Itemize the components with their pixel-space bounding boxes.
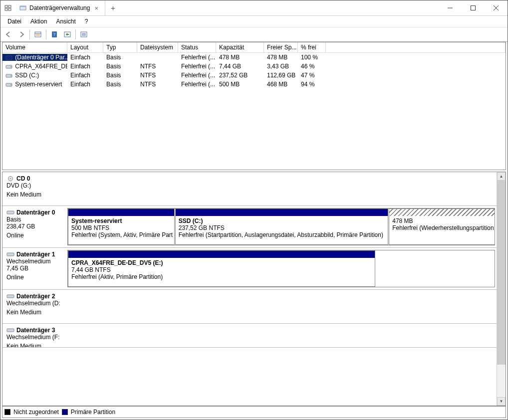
column-header-layout[interactable]: Layout <box>67 42 103 52</box>
hdd-icon <box>6 252 14 257</box>
cell-cap: 237,52 GB <box>216 72 264 79</box>
disk-mgmt-icon <box>19 4 26 12</box>
disk-label: Datenträger 2Wechselmedium (D:Kein Mediu… <box>4 292 67 321</box>
cell-volume: (Datenträger 0 Par... <box>2 54 67 61</box>
svg-rect-21 <box>6 56 12 60</box>
legend-swatch-primary <box>62 409 68 415</box>
column-header-fs[interactable]: Dateisystem <box>137 42 178 52</box>
volume-row[interactable]: CPRA_X64FRE_DE-...EinfachBasisNTFSFehler… <box>2 62 506 71</box>
disk-subline: Basis <box>6 216 66 223</box>
partition-color-bar <box>68 209 174 216</box>
disk-subline: Wechselmedium (F: <box>6 334 66 341</box>
cell-layout: Einfach <box>67 63 103 70</box>
close-window-button[interactable] <box>485 0 508 15</box>
scroll-thumb[interactable] <box>497 181 506 365</box>
partition-title: SSD (C:) <box>179 217 385 224</box>
disk-label: Datenträger 0Basis238,47 GBOnline <box>4 208 67 245</box>
menu-action[interactable]: Aktion <box>26 17 51 26</box>
cell-layout: Einfach <box>67 81 103 88</box>
partition-status: Fehlerfrei (Aktiv, Primäre Partition) <box>71 273 372 280</box>
partition-size: 7,44 GB NTFS <box>71 266 372 273</box>
disk-subline: Wechselmedium (D: <box>6 300 66 307</box>
svg-rect-33 <box>7 329 14 332</box>
refresh-button[interactable] <box>61 28 73 40</box>
maximize-button[interactable] <box>462 0 485 15</box>
column-header-type[interactable]: Typ <box>103 42 137 52</box>
cell-status: Fehlerfrei (... <box>178 54 216 61</box>
minimize-button[interactable] <box>439 0 462 15</box>
column-header-cap[interactable]: Kapazität <box>216 42 264 52</box>
add-tab-button[interactable]: ＋ <box>105 3 120 13</box>
cell-free: 3,43 GB <box>264 63 298 70</box>
legend-label-primary: Primäre Partition <box>71 409 115 416</box>
back-button[interactable] <box>2 28 14 40</box>
menu-view[interactable]: Ansicht <box>52 17 79 26</box>
partition-size: 478 MB <box>392 217 492 224</box>
forward-button[interactable] <box>15 28 27 40</box>
cell-type: Basis <box>103 81 137 88</box>
properties-button[interactable] <box>32 28 44 40</box>
svg-point-29 <box>10 178 11 179</box>
legend-label-unallocated: Nicht zugeordnet <box>13 409 59 416</box>
hdd-icon <box>6 210 14 215</box>
hdd-icon <box>6 328 14 333</box>
drive-icon <box>5 64 12 70</box>
close-tab-icon[interactable]: × <box>93 4 100 11</box>
cell-fs: NTFS <box>137 72 178 79</box>
disk-row-cd0[interactable]: CD 0DVD (G:)Kein Medium <box>2 172 497 206</box>
disk-row-disk2[interactable]: Datenträger 2Wechselmedium (D:Kein Mediu… <box>2 290 497 324</box>
column-header-status[interactable]: Status <box>178 42 216 52</box>
svg-point-25 <box>10 75 11 76</box>
partition-status: Fehlerfrei (Wiederherstellungspartition <box>392 224 492 231</box>
disk-subline: Online <box>6 274 66 281</box>
column-header-volume[interactable]: Volume <box>2 42 67 52</box>
cell-status: Fehlerfrei (... <box>178 72 216 79</box>
drive-icon <box>5 73 12 79</box>
volume-row[interactable]: (Datenträger 0 Par...EinfachBasisFehlerf… <box>2 53 506 62</box>
menu-file[interactable]: Datei <box>3 17 25 26</box>
app-window: Datenträgerverwaltung × ＋ Datei Aktion A… <box>0 0 508 420</box>
svg-rect-3 <box>8 8 11 10</box>
cell-volume: SSD (C:) <box>2 72 67 79</box>
task-view-icon[interactable] <box>0 0 15 15</box>
partition-size: 237,52 GB NTFS <box>179 224 385 231</box>
partition[interactable]: 478 MBFehlerfrei (Wiederherstellungspart… <box>389 209 495 245</box>
tab-disk-management[interactable]: Datenträgerverwaltung × <box>15 0 105 15</box>
disk-row-disk0[interactable]: Datenträger 0Basis238,47 GBOnlineSystem-… <box>2 206 497 248</box>
help-button[interactable]: ? <box>48 28 60 40</box>
svg-rect-0 <box>5 5 7 7</box>
volume-body[interactable]: (Datenträger 0 Par...EinfachBasisFehlerf… <box>2 53 506 89</box>
disk-subline: Online <box>6 232 66 239</box>
list-view-button[interactable] <box>78 28 90 40</box>
volume-row[interactable]: SSD (C:)EinfachBasisNTFSFehlerfrei (...2… <box>2 71 506 80</box>
svg-rect-2 <box>5 8 7 10</box>
volume-row[interactable]: System-reserviertEinfachBasisNTFSFehlerf… <box>2 80 506 89</box>
partition-body: SSD (C:)237,52 GB NTFSFehlerfrei (Startp… <box>176 216 388 244</box>
partition[interactable]: SSD (C:)237,52 GB NTFSFehlerfrei (Startp… <box>175 209 389 245</box>
partition[interactable]: CPRA_X64FRE_DE-DE_DV5 (E:)7,44 GB NTFSFe… <box>68 250 375 287</box>
disk-title: Datenträger 0 <box>16 209 55 216</box>
menu-help[interactable]: ? <box>81 17 92 26</box>
column-header-pct[interactable]: % frei <box>298 42 326 52</box>
legend-swatch-unallocated <box>4 409 10 415</box>
disk-map-pane: ▲ ▼ CD 0DVD (G:)Kein MediumDatenträger 0… <box>2 172 506 406</box>
cell-type: Basis <box>103 54 137 61</box>
svg-rect-32 <box>7 295 14 298</box>
partition-size: 500 MB NTFS <box>71 224 171 231</box>
cell-pct: 47 % <box>298 72 326 79</box>
scroll-down-button[interactable]: ▼ <box>497 397 506 406</box>
svg-point-27 <box>10 84 11 85</box>
drive-icon <box>5 82 12 88</box>
disk-row-disk1[interactable]: Datenträger 1Wechselmedium7,45 GBOnlineC… <box>2 248 497 290</box>
disk-subline: Kein Medium <box>6 309 66 316</box>
scroll-up-button[interactable]: ▲ <box>497 172 506 181</box>
svg-rect-1 <box>8 5 11 7</box>
disk-row-disk3[interactable]: Datenträger 3Wechselmedium (F:Kein Mediu… <box>2 324 497 348</box>
column-header-filler <box>326 42 506 52</box>
cell-layout: Einfach <box>67 54 103 61</box>
column-header-free[interactable]: Freier Sp... <box>264 42 298 52</box>
disk-scrollbar[interactable]: ▲ ▼ <box>497 172 506 406</box>
disk-label: CD 0DVD (G:)Kein Medium <box>4 174 67 204</box>
disk-subline: DVD (G:) <box>6 182 66 189</box>
partition[interactable]: System-reserviert500 MB NTFSFehlerfrei (… <box>68 209 175 245</box>
